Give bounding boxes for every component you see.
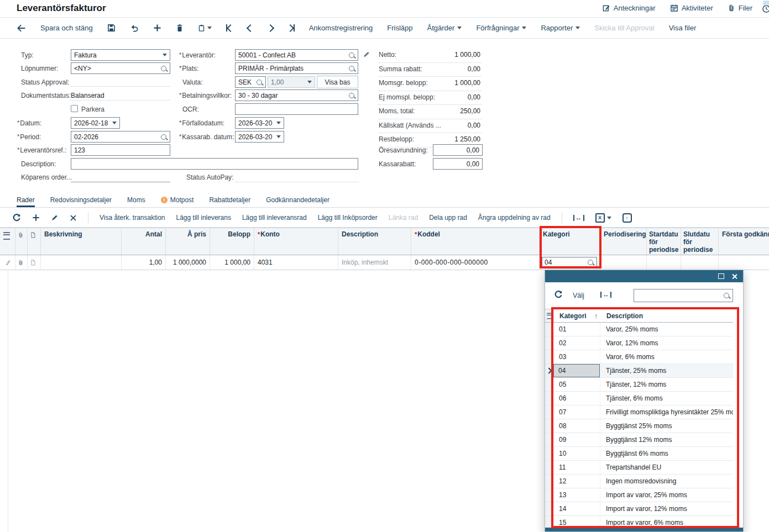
column-header-forsta-godkannare[interactable]: Första godkänna <box>719 228 769 255</box>
search-icon[interactable] <box>161 134 166 140</box>
visa-aterk-transaktion-button[interactable]: Visa återk. transaktion <box>100 214 165 222</box>
currency-input[interactable] <box>236 78 257 86</box>
search-icon[interactable] <box>724 293 729 298</box>
column-header-apris[interactable]: Å pris <box>166 228 210 255</box>
kassarabatt-input[interactable] <box>433 160 482 168</box>
delete-icon[interactable] <box>176 24 184 32</box>
next-record-button[interactable] <box>268 25 273 31</box>
column-header-konto[interactable]: *Konto <box>254 228 338 255</box>
plats-lookup[interactable] <box>235 62 358 74</box>
tab-moms[interactable]: Moms <box>127 196 145 207</box>
popup-category-row[interactable]: 09 Byggtjänst 12% moms <box>545 433 733 447</box>
column-header-antal[interactable]: Antal <box>122 228 166 255</box>
close-icon[interactable] <box>731 273 737 280</box>
betalningsvillkor-input[interactable] <box>236 92 349 99</box>
save-icon[interactable] <box>107 24 116 32</box>
popup-category-row[interactable]: 07 Frivilligt momspliktiga hyresintäkter… <box>545 405 733 419</box>
undo-icon[interactable] <box>130 24 139 32</box>
export-excel-button[interactable]: X <box>595 213 611 223</box>
grid-settings-column-header[interactable] <box>0 228 15 255</box>
datum-datepicker[interactable] <box>71 117 120 129</box>
valj-button[interactable]: Välj <box>573 292 584 299</box>
popup-category-row[interactable]: 12 Ingen momsredovisning <box>545 475 733 488</box>
period-input[interactable] <box>71 133 161 141</box>
tab-rabattdetaljer[interactable]: Rabattdetaljer <box>209 196 250 207</box>
oresavrundning-field[interactable] <box>433 144 483 156</box>
column-header-periodiserings[interactable]: Periodiserings <box>600 228 647 255</box>
cell-periodiserings[interactable] <box>600 255 647 270</box>
edit-totals-pencil-icon[interactable] <box>363 51 370 58</box>
popup-category-row[interactable]: 01 Varor, 25% moms <box>545 323 733 336</box>
column-header-slutdatum[interactable]: Slutdatu för periodise <box>681 228 719 255</box>
kassarab-datum-input[interactable] <box>236 133 276 141</box>
search-icon[interactable] <box>588 260 593 265</box>
ocr-field[interactable] <box>235 103 358 115</box>
lagg-till-inleveransrad-button[interactable]: Lägg till inleveransrad <box>242 214 307 222</box>
popup-category-row[interactable]: 03 Varor, 6% moms <box>545 350 733 364</box>
search-icon[interactable] <box>349 52 354 58</box>
popup-category-row[interactable]: 05 Tjänster, 12% moms <box>545 378 733 392</box>
cell-koddel[interactable]: 0-000-000-000-000000 <box>411 255 540 270</box>
back-icon[interactable] <box>17 24 26 32</box>
betalningsvillkor-lookup[interactable] <box>235 89 358 101</box>
plats-input[interactable] <box>236 65 349 72</box>
release-button[interactable]: Frisläpp <box>387 24 412 32</box>
popup-category-row[interactable]: 06 Tjänster, 6% moms <box>545 392 733 405</box>
lagg-till-inkopsorder-button[interactable]: Lägg till Inköpsorder <box>318 214 378 222</box>
currency-rate-select[interactable] <box>268 76 315 88</box>
add-row-icon[interactable] <box>32 214 40 222</box>
forfallodatum-datepicker[interactable] <box>235 117 284 129</box>
first-record-button[interactable] <box>226 24 233 31</box>
popup-category-row[interactable]: 10 Byggtjänst 6% moms <box>545 447 733 461</box>
lopnummer-input[interactable] <box>71 65 161 72</box>
angra-uppdelning-button[interactable]: Ångra uppdelning av rad <box>478 214 551 222</box>
cell-beskrivning[interactable] <box>41 255 122 270</box>
description-field[interactable] <box>71 158 358 170</box>
column-header-kategori[interactable]: Kategori <box>540 228 600 255</box>
fit-width-icon[interactable]: ↔ <box>573 215 584 221</box>
row-note-cell[interactable] <box>28 255 41 270</box>
save-and-close-button[interactable]: Spara och stäng <box>40 24 93 32</box>
parkera-checkbox[interactable] <box>71 105 78 112</box>
leverantor-lookup[interactable] <box>235 49 358 61</box>
upload-icon[interactable]: ↑ <box>622 213 632 223</box>
cell-startdatum[interactable] <box>647 255 681 270</box>
visa-bas-button[interactable]: Visa bas <box>317 76 358 88</box>
maximize-icon[interactable] <box>718 273 724 279</box>
reports-menu-button[interactable]: Rapporter <box>541 24 580 32</box>
delete-row-x-icon[interactable] <box>70 214 77 222</box>
notes-button[interactable]: Anteckningar <box>602 4 656 12</box>
cell-slutdatum[interactable] <box>681 255 719 270</box>
popup-category-row[interactable]: 14 Import av varor, 12% moms <box>545 502 733 516</box>
last-record-button[interactable] <box>287 24 295 31</box>
kategori-lookup-field[interactable] <box>542 257 597 268</box>
actions-menu-button[interactable]: Åtgärder <box>427 24 462 32</box>
previous-record-button[interactable] <box>248 25 253 31</box>
cell-forsta-godkannare[interactable] <box>719 255 769 270</box>
refresh-icon[interactable] <box>554 290 563 299</box>
popup-category-row[interactable]: 11 Trepartshandel EU <box>545 461 733 475</box>
files-button[interactable]: Filer <box>728 4 752 12</box>
period-lookup[interactable] <box>71 131 170 143</box>
column-header-koddel[interactable]: *Koddel <box>411 228 540 255</box>
dela-upp-rad-button[interactable]: Dela upp rad <box>429 214 467 222</box>
typ-input[interactable] <box>71 51 163 59</box>
column-header-startdatum[interactable]: Startdatu för periodise <box>647 228 681 255</box>
refresh-icon[interactable] <box>12 213 21 222</box>
currency-lookup[interactable] <box>235 76 266 88</box>
clock-icon[interactable] <box>762 4 769 13</box>
fit-width-icon[interactable]: ↔ <box>600 292 611 298</box>
kassarabatt-field[interactable] <box>433 158 483 170</box>
cell-description[interactable]: Inköp, inhemskt <box>338 255 411 270</box>
search-icon[interactable] <box>161 66 166 71</box>
cell-belopp[interactable]: 1 000,00 <box>210 255 254 270</box>
activities-button[interactable]: Aktiviteter <box>670 4 713 12</box>
tab-godkannandedetaljer[interactable]: Godkännandedetaljer <box>266 196 329 207</box>
popup-category-row[interactable]: 13 Import av varor, 25% moms <box>545 488 733 502</box>
description-input[interactable] <box>71 160 358 168</box>
kassarab-datum-datepicker[interactable] <box>235 131 284 143</box>
popup-title-bar[interactable] <box>545 270 743 282</box>
cell-apris[interactable]: 1 000,0000 <box>166 255 210 270</box>
show-files-button[interactable]: Visa filer <box>669 24 697 32</box>
tab-rader[interactable]: Rader <box>17 196 35 207</box>
